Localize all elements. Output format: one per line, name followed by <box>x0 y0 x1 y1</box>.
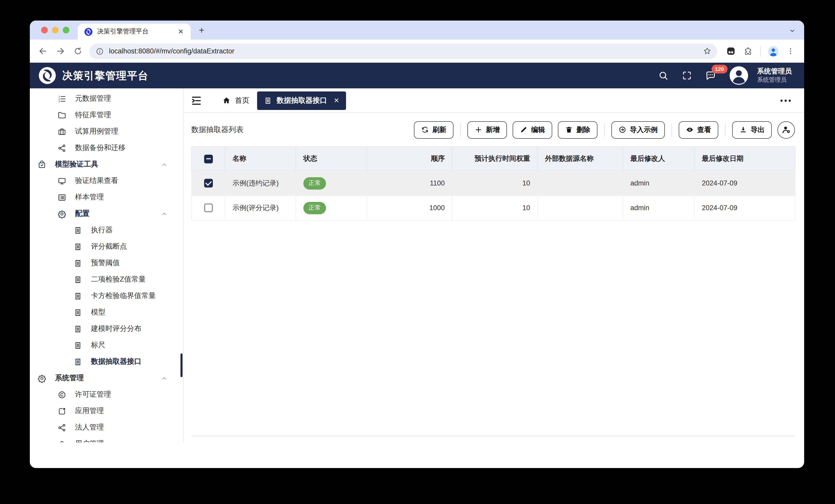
chevron-up-icon <box>161 210 168 217</box>
close-tab-icon[interactable]: ✕ <box>176 27 186 36</box>
import-sample-button[interactable]: 导入示例 <box>611 121 665 139</box>
sidebar-item-users[interactable]: 用户管理 <box>30 436 183 442</box>
sidebar-item-binomial-z[interactable]: 二项检验Z值常量 <box>30 271 183 288</box>
sidebar-item-alert-threshold[interactable]: 预警阈值 <box>30 255 183 271</box>
list-title: 数据抽取器列表 <box>191 125 243 134</box>
sidebar-item-feature-lib[interactable]: 特征库管理 <box>30 107 183 123</box>
content-bottom-border <box>191 436 795 436</box>
tab-home[interactable]: 首页 <box>222 96 249 105</box>
cell-modified-by: admin <box>623 195 694 220</box>
sidebar-item-modeling-score-dist[interactable]: 建模时评分分布 <box>30 320 183 337</box>
extensions-icon[interactable] <box>741 42 755 60</box>
cell-external-source <box>537 195 623 220</box>
copyright-icon <box>58 390 66 399</box>
minimize-window-button[interactable] <box>52 27 59 34</box>
receipt-icon <box>74 308 82 317</box>
sidebar-item-backup[interactable]: 数据备份和迁移 <box>30 140 183 156</box>
browser-profile-avatar[interactable] <box>766 42 780 60</box>
share-icon <box>58 144 66 152</box>
column-settings-button[interactable] <box>777 121 795 139</box>
extension-shortcut-icon[interactable] <box>724 42 738 60</box>
add-button[interactable]: 新增 <box>467 121 507 139</box>
sidebar-item-legal-entity[interactable]: 法人管理 <box>30 419 183 436</box>
main-content: 首页 数据抽取器接口 ✕ 数据抽取器列表 刷新 新增 编辑 <box>184 88 804 442</box>
sidebar-item-score-cutoff[interactable]: 评分截断点 <box>30 238 183 255</box>
ordered-list-icon <box>58 94 66 103</box>
sidebar-scrollbar-thumb[interactable] <box>181 354 183 377</box>
tab-search-chevron-icon[interactable] <box>789 27 796 35</box>
table-row[interactable]: 示例(评分记录) 正常 1000 10 admin 2024-07-09 <box>191 195 795 220</box>
back-button[interactable] <box>34 42 52 60</box>
view-button[interactable]: 查看 <box>679 121 718 139</box>
sidebar-group-model-validation[interactable]: 模型验证工具 <box>30 156 183 173</box>
address-bar[interactable]: localhost:8080/#/mv/config/dataExtractor <box>89 43 717 59</box>
new-tab-button[interactable]: + <box>195 24 208 37</box>
browser-tab[interactable]: 决策引擎管理平台 ✕ <box>78 24 191 40</box>
list-toolbar: 数据抽取器列表 刷新 新增 编辑 删除 导入示例 查看 导出 <box>184 113 804 146</box>
collapse-sidebar-icon[interactable] <box>190 94 203 107</box>
sidebar-group-system[interactable]: 系统管理 <box>30 370 183 386</box>
site-info-icon[interactable] <box>96 47 104 55</box>
browser-tab-strip: 决策引擎管理平台 ✕ + <box>30 21 804 40</box>
cell-weight: 10 <box>452 195 537 220</box>
browser-window: 决策引擎管理平台 ✕ + localhost:8080/#/mv/config/… <box>30 21 804 468</box>
messages-icon[interactable]: 120 <box>705 70 716 81</box>
sidebar-item-model[interactable]: 模型 <box>30 304 183 320</box>
sidebar-item-validation-results[interactable]: 验证结果查看 <box>30 173 183 189</box>
cell-modified-by: admin <box>623 171 694 195</box>
sidebar-item-applications[interactable]: 应用管理 <box>30 403 183 419</box>
column-header-external-source: 外部数据源名称 <box>537 147 623 171</box>
sidebar-item-chisq-critical[interactable]: 卡方检验临界值常量 <box>30 288 183 304</box>
column-header-weight: 预计执行时间权重 <box>452 147 537 171</box>
more-actions-icon[interactable] <box>780 100 791 102</box>
user-avatar[interactable] <box>729 66 748 85</box>
sidebar-item-license[interactable]: 许可证管理 <box>30 386 183 403</box>
column-header-name: 名称 <box>225 147 296 171</box>
sidebar: 元数据管理 特征库管理 试算用例管理 数据备份和迁移 模型验证工具 验证结果查看… <box>30 88 184 442</box>
close-tab-icon[interactable]: ✕ <box>334 97 339 104</box>
select-all-checkbox[interactable] <box>204 154 212 163</box>
sidebar-item-sample-mgmt[interactable]: 样本管理 <box>30 189 183 206</box>
cell-status: 正常 <box>296 195 367 220</box>
edit-button[interactable]: 编辑 <box>513 121 552 139</box>
trash-icon <box>565 126 573 133</box>
sidebar-item-executor[interactable]: 执行器 <box>30 222 183 238</box>
refresh-button[interactable]: 刷新 <box>414 121 453 139</box>
cell-order: 1000 <box>367 195 452 220</box>
cell-weight: 10 <box>452 171 537 195</box>
toolbar-buttons: 刷新 新增 编辑 删除 导入示例 查看 导出 <box>414 121 795 139</box>
row-checkbox[interactable] <box>204 179 212 188</box>
row-checkbox[interactable] <box>204 204 212 212</box>
browser-menu-icon[interactable] <box>783 42 797 60</box>
zoom-window-button[interactable] <box>63 27 69 34</box>
column-header-status: 状态 <box>296 147 367 171</box>
header-search-icon[interactable] <box>658 70 669 81</box>
url-text[interactable]: localhost:8080/#/mv/config/dataExtractor <box>109 47 700 55</box>
receipt-icon <box>74 275 82 284</box>
pencil-icon <box>520 126 528 133</box>
app-logo <box>39 67 56 84</box>
app-header: 决策引擎管理平台 120 系统管理员 系统管理员 <box>30 63 804 88</box>
user-info[interactable]: 系统管理员 系统管理员 <box>757 67 792 84</box>
sidebar-group-config[interactable]: 配置 <box>30 206 183 222</box>
refresh-icon <box>421 126 429 133</box>
reload-button[interactable] <box>69 42 86 60</box>
card-list-icon <box>58 193 66 202</box>
delete-button[interactable]: 删除 <box>558 121 597 139</box>
receipt-icon <box>74 259 82 268</box>
forward-button[interactable] <box>52 42 69 60</box>
export-button[interactable]: 导出 <box>732 121 772 139</box>
sidebar-item-metadata[interactable]: 元数据管理 <box>30 90 183 107</box>
cell-modified-date: 2024-07-09 <box>694 171 795 195</box>
button-divider <box>725 123 726 136</box>
table-row[interactable]: 示例(违约记录) 正常 1100 10 admin 2024-07-09 <box>191 171 795 195</box>
sidebar-item-ruler[interactable]: 标尺 <box>30 337 183 354</box>
sidebar-item-trial-cases[interactable]: 试算用例管理 <box>30 123 183 140</box>
data-table-container: 名称 状态 顺序 预计执行时间权重 外部数据源名称 最后修改人 最后修改日期 <box>191 146 795 220</box>
sidebar-item-data-extractor[interactable]: 数据抽取器接口 <box>30 354 183 370</box>
fullscreen-icon[interactable] <box>681 70 692 81</box>
header-actions: 120 系统管理员 系统管理员 <box>658 66 792 85</box>
tab-data-extractor[interactable]: 数据抽取器接口 ✕ <box>257 91 346 110</box>
bookmark-star-icon[interactable] <box>700 44 714 58</box>
close-window-button[interactable] <box>41 27 48 34</box>
